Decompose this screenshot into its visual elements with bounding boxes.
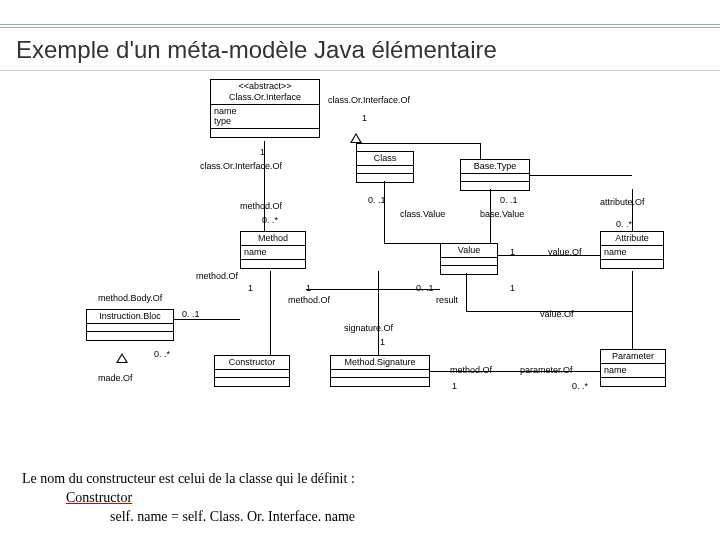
class-header: <<abstract>> Class.Or.Interface [211, 80, 319, 105]
window-topbar [0, 0, 720, 28]
empty [215, 378, 289, 386]
assoc-label: class.Value [400, 209, 445, 219]
edge [384, 243, 440, 244]
edge [174, 319, 240, 320]
class-name-label: Class.Or.Interface [214, 92, 316, 103]
assoc-label: result [436, 295, 458, 305]
empty [441, 266, 497, 274]
class-value: Value [440, 243, 498, 275]
multiplicity-label: 1 [248, 283, 253, 293]
empty [87, 324, 173, 332]
class-name-label: Method [241, 232, 305, 246]
page-title: Exemple d'un méta-modèle Java élémentair… [0, 28, 720, 71]
assoc-label: base.Value [480, 209, 524, 219]
edge [264, 141, 265, 231]
generalization-arrow-icon [350, 133, 362, 143]
assoc-label: method.Of [240, 201, 282, 211]
class-attrs: name type [211, 105, 319, 130]
multiplicity-label: 0. .* [616, 219, 632, 229]
class-name-label: Value [441, 244, 497, 258]
edge [530, 175, 632, 176]
empty [461, 174, 529, 182]
edge [490, 189, 491, 243]
class-name-label: Attribute [601, 232, 663, 246]
edge [466, 311, 632, 312]
empty [461, 182, 529, 190]
multiplicity-label: 1 [510, 283, 515, 293]
multiplicity-label: 0. .1 [500, 195, 518, 205]
assoc-label: method.Body.Of [98, 293, 162, 303]
empty [601, 378, 665, 386]
edge [306, 289, 440, 290]
footer-line2: Constructor [22, 489, 355, 508]
edge [270, 271, 271, 355]
assoc-label: made.Of [98, 373, 133, 383]
class-attrs: name [601, 246, 663, 260]
assoc-label: method.Of [196, 271, 238, 281]
multiplicity-label: 1 [380, 337, 385, 347]
empty [87, 332, 173, 340]
class-class-or-interface: <<abstract>> Class.Or.Interface name typ… [210, 79, 320, 138]
edge [466, 273, 467, 311]
class-instruction-bloc: Instruction.Bloc [86, 309, 174, 341]
generalization-arrow-icon [116, 353, 128, 363]
assoc-label: class.Or.Interface.Of [200, 161, 282, 171]
footer-line3: self. name = self. Class. Or. Interface.… [22, 508, 355, 527]
edge [498, 255, 600, 256]
multiplicity-label: 1 [362, 113, 367, 123]
stereotype-label: <<abstract>> [214, 81, 316, 92]
edge [356, 143, 480, 144]
empty [331, 370, 429, 378]
class-class: Class [356, 151, 414, 183]
multiplicity-label: 1 [306, 283, 311, 293]
edge [430, 371, 600, 372]
edge [384, 181, 385, 243]
empty [441, 258, 497, 266]
class-parameter: Parameter name [600, 349, 666, 387]
multiplicity-label: 0. .* [154, 349, 170, 359]
footer-line1: Le nom du constructeur est celui de la c… [22, 471, 355, 486]
empty [357, 166, 413, 174]
edge [480, 143, 481, 159]
assoc-label: attribute.Of [600, 197, 645, 207]
class-constructor: Constructor [214, 355, 290, 387]
class-ops-empty [211, 129, 319, 137]
class-name-label: Method.Signature [331, 356, 429, 370]
class-method-signature: Method.Signature [330, 355, 430, 387]
edge [632, 271, 633, 349]
assoc-label: parameter.Of [520, 365, 573, 375]
multiplicity-label: 0. .1 [416, 283, 434, 293]
edge [356, 143, 357, 151]
class-name-label: Parameter [601, 350, 665, 364]
assoc-label: method.Of [288, 295, 330, 305]
multiplicity-label: 0. .1 [368, 195, 386, 205]
class-name-label: Instruction.Bloc [87, 310, 173, 324]
empty [241, 260, 305, 268]
class-name-label: Base.Type [461, 160, 529, 174]
uml-diagram: <<abstract>> Class.Or.Interface name typ… [0, 71, 720, 431]
class-method: Method name [240, 231, 306, 269]
class-name-label: Constructor [215, 356, 289, 370]
class-name-label: Class [357, 152, 413, 166]
multiplicity-label: 0. .1 [182, 309, 200, 319]
footer-text: Le nom du constructeur est celui de la c… [22, 470, 355, 527]
assoc-label: class.Or.Interface.Of [328, 95, 410, 105]
assoc-label: signature.Of [344, 323, 393, 333]
edge [632, 189, 633, 231]
class-attribute: Attribute name [600, 231, 664, 269]
multiplicity-label: 0. .* [572, 381, 588, 391]
multiplicity-label: 1 [452, 381, 457, 391]
edge [378, 271, 379, 355]
empty [601, 260, 663, 268]
class-attrs: name [241, 246, 305, 260]
empty [357, 174, 413, 182]
class-attrs: name [601, 364, 665, 378]
assoc-label: method.Of [450, 365, 492, 375]
empty [215, 370, 289, 378]
class-base-type: Base.Type [460, 159, 530, 191]
empty [331, 378, 429, 386]
